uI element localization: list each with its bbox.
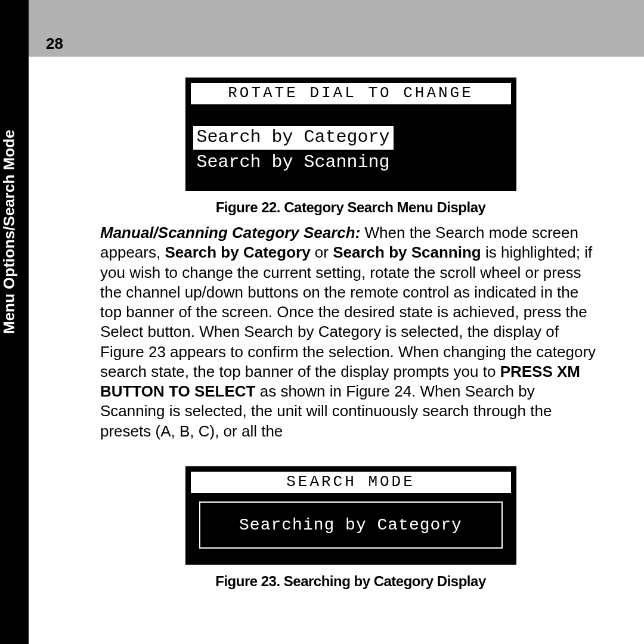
section-side-label: Menu Options/Search Mode [0, 130, 18, 334]
para-b2: Search by Scanning [333, 243, 481, 261]
figure22-device: ROTATE DIAL TO CHANGE Search by Category… [185, 78, 516, 191]
figure22-option-unselected: Search by Scanning [193, 151, 510, 175]
para-b1: Search by Category [165, 243, 310, 261]
figure22-body: Search by Category Search by Scanning [187, 106, 515, 189]
body-paragraph: Manual/Scanning Category Search: When th… [100, 223, 601, 441]
figure23-device: SEARCH MODE Searching by Category [185, 466, 516, 565]
para-lead: Manual/Scanning Category Search: [100, 224, 360, 242]
left-spine: Menu Options/Search Mode [0, 0, 29, 644]
content-area: ROTATE DIAL TO CHANGE Search by Category… [100, 57, 601, 590]
para-t3: is highlighted; if you wish to change th… [100, 243, 596, 380]
figure23-status: Searching by Category [199, 501, 503, 549]
figure23-caption: Figure 23. Searching by Category Display [100, 573, 601, 590]
figure23-banner: SEARCH MODE [190, 470, 512, 494]
header-band [29, 0, 644, 57]
figure22-option-selected: Search by Category [193, 126, 394, 150]
page-number: 28 [46, 35, 63, 53]
figure22-caption: Figure 22. Category Search Menu Display [100, 199, 601, 216]
para-t2: or [311, 243, 333, 261]
figure22-banner: ROTATE DIAL TO CHANGE [190, 82, 512, 106]
figure23-body: Searching by Category [187, 494, 515, 563]
